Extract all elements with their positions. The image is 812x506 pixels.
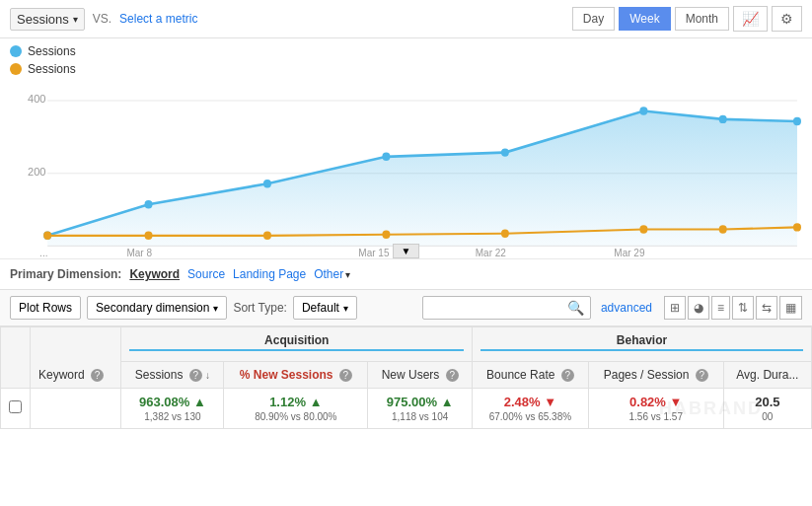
pct-new-help-icon[interactable]: ? <box>339 369 352 382</box>
pie-view-button[interactable]: ◕ <box>688 296 709 320</box>
pct-new-sessions-col-header: % New Sessions ? <box>224 362 368 389</box>
chart-area: 400 200 <box>0 82 812 259</box>
svg-text:400: 400 <box>28 93 45 105</box>
keyword-header: Keyword ? <box>31 327 121 389</box>
sessions-cell: 963.08% ▲ 1,382 vs 130 <box>121 389 224 429</box>
week-button[interactable]: Week <box>619 7 670 31</box>
sessions-sort-icon[interactable]: ↓ <box>205 370 210 381</box>
pct-new-value: 1.12% ▲ <box>232 395 359 409</box>
row-checkbox[interactable] <box>9 400 22 413</box>
search-button[interactable]: 🔍 <box>567 300 584 316</box>
sort-default-label: Default <box>302 301 339 315</box>
pct-new-sub: 80.90% vs 80.00% <box>232 411 359 422</box>
toolbar: Plot Rows Secondary dimension ▾ Sort Typ… <box>0 290 812 326</box>
keyword-help-icon[interactable]: ? <box>91 369 104 382</box>
pct-new-sessions-cell: 1.12% ▲ 80.90% vs 80.00% <box>224 389 368 429</box>
svg-point-19 <box>639 225 647 233</box>
svg-text:...: ... <box>39 248 47 258</box>
checkbox-header <box>1 327 31 389</box>
svg-point-21 <box>793 223 801 231</box>
svg-point-12 <box>719 115 727 123</box>
legend-label-orange: Sessions <box>28 62 76 76</box>
behavior-section-label: Behavior <box>480 333 803 351</box>
scatter-chart-icon-button[interactable]: ⚙ <box>772 6 802 32</box>
plot-rows-button[interactable]: Plot Rows <box>10 296 81 320</box>
bounce-rate-col-label: Bounce Rate <box>486 368 554 382</box>
svg-point-7 <box>145 200 153 208</box>
svg-point-10 <box>501 148 509 156</box>
select-metric-link[interactable]: Select a metric <box>119 12 197 26</box>
time-controls: Day Week Month 📈 ⚙ <box>572 6 802 32</box>
svg-point-20 <box>719 225 727 233</box>
dim-keyword-link[interactable]: Keyword <box>129 267 180 281</box>
pivot-view-button[interactable]: ⇆ <box>756 296 777 320</box>
data-table-wrapper: Keyword ? Acquisition Behavior Sessions … <box>0 326 812 429</box>
new-users-cell: 975.00% ▲ 1,118 vs 104 <box>368 389 473 429</box>
view-icons: ⊞ ◕ ≡ ⇅ ⇆ ▦ <box>664 296 802 320</box>
bar-view-button[interactable]: ▦ <box>779 296 802 320</box>
month-button[interactable]: Month <box>675 7 729 31</box>
compare-view-button[interactable]: ⇅ <box>732 296 754 320</box>
new-users-col-label: New Users <box>382 368 440 382</box>
avg-duration-col-label: Avg. Dura... <box>736 368 798 382</box>
search-input[interactable] <box>429 301 567 315</box>
new-users-trend-icon: ▲ <box>441 395 454 409</box>
acquisition-header: Acquisition <box>121 327 473 362</box>
svg-point-18 <box>501 230 509 238</box>
day-button[interactable]: Day <box>572 7 615 31</box>
bounce-rate-cell: 2.48% ▼ 67.00% vs 65.38% <box>473 389 589 429</box>
primary-dim-label: Primary Dimension: <box>10 267 121 281</box>
line-chart-icon-button[interactable]: 📈 <box>733 6 768 32</box>
vs-label: VS. <box>93 12 111 26</box>
dim-other-link[interactable]: Other <box>314 267 343 281</box>
list-view-button[interactable]: ≡ <box>711 296 730 320</box>
new-users-help-icon[interactable]: ? <box>446 369 459 382</box>
pages-session-help-icon[interactable]: ? <box>696 369 708 382</box>
new-users-col-header: New Users ? <box>368 362 473 389</box>
dropdown-arrow-icon: ▾ <box>73 14 78 25</box>
sessions-value: 963.08% ▲ <box>129 395 215 409</box>
secondary-dimension-button[interactable]: Secondary dimension ▾ <box>87 296 227 320</box>
dim-source-link[interactable]: Source <box>187 267 225 281</box>
sessions-trend-icon: ▲ <box>193 395 206 409</box>
legend-dot-orange <box>10 63 22 75</box>
sessions-dropdown[interactable]: Sessions ▾ <box>10 8 85 31</box>
bounce-rate-help-icon[interactable]: ? <box>561 369 574 382</box>
advanced-link[interactable]: advanced <box>601 301 652 315</box>
svg-point-11 <box>639 107 647 114</box>
dim-other-dropdown[interactable]: Other ▾ <box>314 267 350 281</box>
secondary-dim-arrow-icon: ▾ <box>213 303 218 314</box>
bounce-rate-col-header: Bounce Rate ? <box>473 362 589 389</box>
svg-point-17 <box>382 231 390 239</box>
chart-expand-button[interactable]: ▼ <box>393 244 420 258</box>
sessions-col-header: Sessions ? ↓ <box>121 362 224 389</box>
secondary-dim-label: Secondary dimension <box>96 301 209 315</box>
acquisition-section-label: Acquisition <box>129 333 464 351</box>
behavior-header: Behavior <box>473 327 812 362</box>
search-box[interactable]: 🔍 <box>422 296 591 320</box>
svg-point-16 <box>263 232 271 240</box>
keyword-label: Keyword <box>38 368 85 382</box>
sort-default-button[interactable]: Default ▾ <box>293 296 357 320</box>
avg-duration-col-header: Avg. Dura... <box>723 362 811 389</box>
sessions-sub: 1,382 vs 130 <box>129 411 215 422</box>
keyword-cell <box>31 389 121 429</box>
svg-text:Mar 22: Mar 22 <box>476 248 506 258</box>
svg-point-15 <box>145 232 153 240</box>
sessions-help-icon[interactable]: ? <box>189 369 202 382</box>
legend-dot-blue <box>10 45 22 57</box>
grid-view-button[interactable]: ⊞ <box>664 296 686 320</box>
dim-landing-page-link[interactable]: Landing Page <box>233 267 306 281</box>
svg-text:200: 200 <box>28 166 45 178</box>
bounce-sub: 67.00% vs 65.38% <box>480 411 580 422</box>
top-bar: Sessions ▾ VS. Select a metric Day Week … <box>0 0 812 38</box>
pct-new-trend-icon: ▲ <box>310 395 323 409</box>
pct-new-sessions-col-label: % New Sessions <box>240 368 333 382</box>
svg-text:Mar 15: Mar 15 <box>358 248 389 258</box>
chart-svg: 400 200 <box>10 82 802 258</box>
dim-other-arrow-icon: ▾ <box>345 269 350 280</box>
bounce-value: 2.48% ▼ <box>480 395 580 409</box>
svg-point-8 <box>263 180 271 187</box>
sessions-dropdown-label: Sessions <box>17 12 69 27</box>
svg-point-13 <box>793 117 801 125</box>
